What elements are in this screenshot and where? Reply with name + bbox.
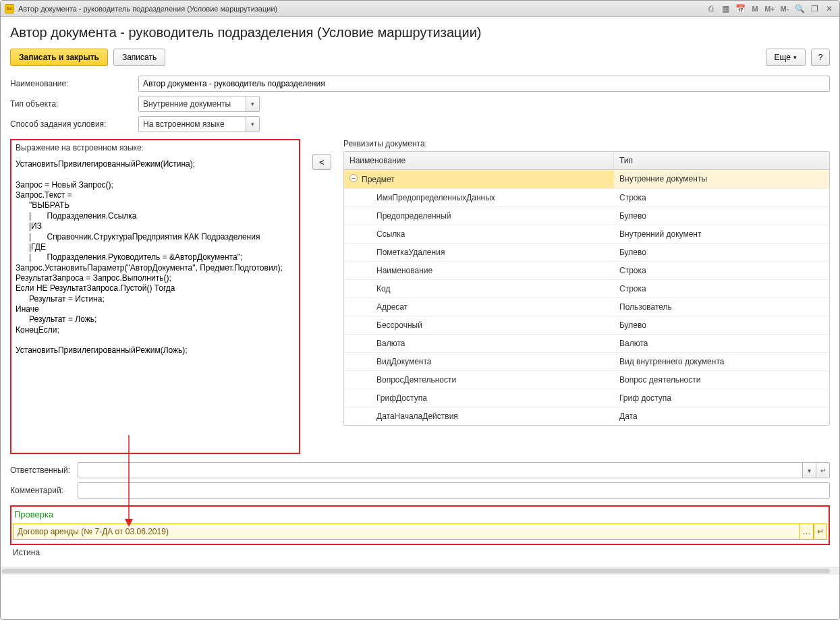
cell-root-name: Предмет [344,170,614,188]
cell-name: ВидДокумента [344,353,614,370]
cell-name: Предопределенный [344,207,614,225]
more-button[interactable]: Еще ▾ [766,49,806,66]
check-subject-select[interactable]: … [800,524,814,540]
cell-type: Пользователь [614,298,829,316]
more-label: Еще [775,53,791,62]
root-name-text: Предмет [362,175,395,184]
titlebar: 1c Автор документа - руководитель подраз… [1,1,839,17]
titlebar-actions: ⎙ ▦ 📅 M M+ M- 🔍 ❐ ✕ [704,3,835,15]
content-area: Автор документа - руководитель подраздел… [1,17,839,619]
expression-textarea[interactable] [11,155,299,451]
table-row[interactable]: НаименованиеСтрока [344,262,829,280]
cell-name: Код [344,280,614,298]
cell-type: Гриф доступа [614,389,829,407]
cell-name: Бессрочный [344,316,614,334]
calendar-icon[interactable]: 📅 [734,3,746,15]
cell-name: Ссылка [344,225,614,243]
table-row[interactable]: ГрифДоступаГриф доступа [344,389,829,407]
th-type[interactable]: Тип [614,152,829,169]
check-group: Проверка … ↵ [10,505,830,545]
props-table-body: Предмет Внутренние документы ИмяПредопре… [344,170,829,425]
horizontal-scrollbar[interactable] [1,567,839,575]
restore-icon[interactable]: ❐ [808,3,820,15]
props-label: Реквизиты документа: [343,139,830,148]
check-title: Проверка [11,507,829,522]
input-responsible[interactable] [78,462,803,478]
expression-box: Выражение на встроенном языке: [10,139,300,454]
cell-type: Строка [614,280,829,298]
table-row[interactable]: КодСтрока [344,280,829,298]
label-condmode: Способ задания условия: [10,119,138,129]
th-name[interactable]: Наименование [344,152,614,169]
left-column: Выражение на встроенном языке: [10,139,300,454]
lower-form: Ответственный: ▾ ↵ Комментарий: Проверка… [10,462,830,563]
cell-name: ДатаНачалаДействия [344,407,614,425]
select-objtype-dropdown[interactable]: ▾ [246,96,260,112]
cell-name: Валюта [344,335,614,352]
mem-m-icon[interactable]: M [749,3,761,15]
input-name[interactable] [138,76,830,92]
table-row[interactable]: ВалютаВалюта [344,335,829,353]
cell-type: Валюта [614,335,829,352]
input-comment[interactable] [78,482,830,499]
cell-name: Наименование [344,262,614,279]
cell-type: Булево [614,316,829,334]
row-objtype: Тип объекта: Внутренние документы ▾ [10,96,830,112]
row-responsible: Ответственный: ▾ ↵ [10,462,830,478]
table-row[interactable]: АдресатПользователь [344,298,829,316]
select-condmode[interactable]: На встроенном языке [138,116,246,132]
table-row[interactable]: ПредопределенныйБулево [344,207,829,225]
check-result: Истина [10,545,830,563]
two-column-area: Выражение на встроенном языке: < Реквизи… [10,139,830,454]
cell-type: Дата [614,407,829,425]
table-row[interactable]: ВопросДеятельностиВопрос деятельности [344,371,829,389]
responsible-open[interactable]: ↵ [816,462,830,478]
cell-type: Вопрос деятельности [614,371,829,389]
cell-type: Внутренний документ [614,225,829,243]
app-icon: 1c [5,4,14,13]
expression-label: Выражение на встроенном языке: [11,140,299,155]
cell-name: ИмяПредопределенныхДанных [344,189,614,206]
select-objtype[interactable]: Внутренние документы [138,96,246,112]
cell-type: Строка [614,262,829,279]
cell-name: Адресат [344,298,614,316]
table-row[interactable]: ДатаНачалаДействияДата [344,407,829,425]
collapse-icon[interactable] [349,174,358,182]
print-icon[interactable]: ⎙ [704,3,717,15]
mem-mminus-icon[interactable]: M- [779,3,791,15]
cell-root-type: Внутренние документы [614,170,829,188]
check-subject-row: … ↵ [13,524,827,540]
check-subject-input[interactable] [13,524,800,540]
label-objtype: Тип объекта: [10,99,138,109]
cell-name: ВопросДеятельности [344,371,614,389]
table-row[interactable]: ПометкаУдаленияБулево [344,244,829,262]
zoom-in-icon[interactable]: 🔍 [793,3,806,15]
help-button[interactable]: ? [811,49,830,66]
select-condmode-dropdown[interactable]: ▾ [246,116,260,132]
row-condmode: Способ задания условия: На встроенном яз… [10,116,830,132]
window: 1c Автор документа - руководитель подраз… [0,0,840,620]
row-comment: Комментарий: [10,482,830,499]
label-responsible: Ответственный: [10,466,78,475]
responsible-dropdown[interactable]: ▾ [803,462,816,478]
close-icon[interactable]: ✕ [823,3,835,15]
props-table: Наименование Тип Предмет Внутренние доку… [343,151,830,426]
right-column: Реквизиты документа: Наименование Тип Пр… [343,139,830,426]
insert-field-button[interactable]: < [312,154,331,170]
label-name: Наименование: [10,79,138,88]
cell-type: Булево [614,244,829,261]
table-row[interactable]: ИмяПредопределенныхДанныхСтрока [344,189,829,207]
table-row[interactable]: БессрочныйБулево [344,316,829,335]
calc-icon[interactable]: ▦ [719,3,731,15]
table-row[interactable]: ВидДокументаВид внутреннего документа [344,353,829,371]
props-table-head: Наименование Тип [344,152,829,170]
save-button[interactable]: Записать [113,49,165,66]
window-title: Автор документа - руководитель подраздел… [18,5,704,13]
check-subject-open[interactable]: ↵ [814,524,827,540]
scrollbar-thumb[interactable] [2,569,830,573]
table-row[interactable]: СсылкаВнутренний документ [344,225,829,244]
mem-mplus-icon[interactable]: M+ [764,3,776,15]
cell-type: Булево [614,207,829,225]
save-close-button[interactable]: Записать и закрыть [10,49,108,66]
table-row-root[interactable]: Предмет Внутренние документы [344,170,829,189]
